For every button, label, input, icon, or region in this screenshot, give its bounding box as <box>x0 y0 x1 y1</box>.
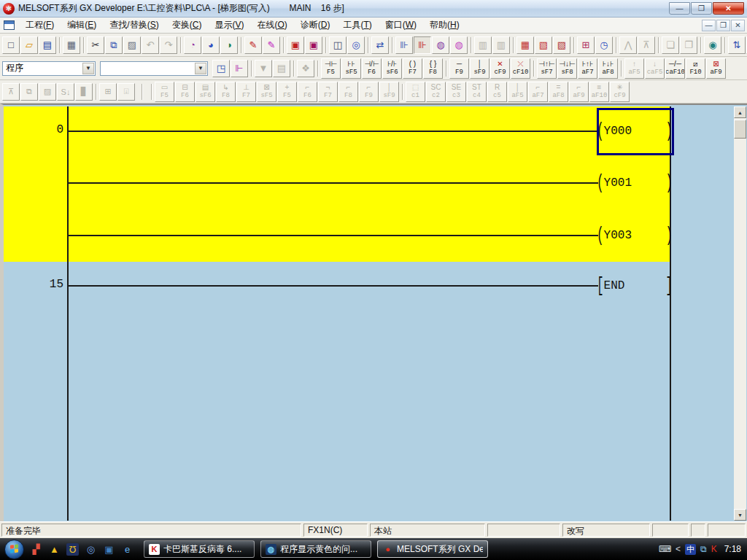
output-coil-y003[interactable]: (Y003) <box>597 227 673 244</box>
invert-operation-button[interactable]: ─/─caF10 <box>665 58 685 79</box>
find-device-button[interactable]: ◔ <box>184 36 201 54</box>
output-coil-y001[interactable]: (Y001) <box>597 174 673 192</box>
sfc-step-button: ▭F5 <box>155 82 174 102</box>
ladder-symbol-edit-button[interactable]: ⊪ <box>414 36 431 54</box>
ql-desktop-icon[interactable]: ▣ <box>103 543 115 556</box>
delete-vertical-line-button[interactable]: ⤫cF10 <box>511 58 530 79</box>
vertical-scrollbar[interactable]: ▲ ▼ <box>734 106 746 521</box>
scrollbar-thumb[interactable] <box>734 120 746 139</box>
zoom-read-mode-button[interactable]: ▣ <box>287 36 304 54</box>
open-project-button[interactable]: ▱ <box>20 36 38 54</box>
ql-kaspersky-tool-icon[interactable]: ▞ <box>30 543 42 556</box>
ladder-symbol-view-button[interactable]: ⊪ <box>395 36 413 54</box>
grid-display-button: ⊞ <box>99 83 117 101</box>
minimize-button[interactable]: — <box>669 2 690 15</box>
tray-kaspersky-icon[interactable]: K <box>711 544 717 554</box>
tray-network-icon[interactable]: ⧉ <box>700 544 707 554</box>
menu-s[interactable]: 查找/替换(S) <box>103 17 165 34</box>
rung-line <box>67 182 598 184</box>
device-initial-button[interactable]: ▧ <box>553 36 570 54</box>
parallel-rising-pulse-button[interactable]: ⊦↑⊦aF7 <box>578 58 597 79</box>
device-name-combo[interactable]: ▼ <box>100 61 208 76</box>
statement-tree-button[interactable]: ⊩ <box>231 60 248 77</box>
mdi-child-icon[interactable] <box>4 20 15 30</box>
clock-setting-button[interactable]: ◷ <box>595 36 613 54</box>
chevron-down-icon[interactable]: ▼ <box>82 63 94 74</box>
device-edit-zoom-button[interactable]: ◍ <box>450 36 468 54</box>
task-melsoft-button[interactable]: ●MELSOFT系列 GX De... <box>377 540 488 558</box>
key-label: F7 <box>324 93 332 99</box>
tray-keyboard-icon[interactable]: ⌨ <box>659 544 671 554</box>
find-instruction-button[interactable]: ◕ <box>202 36 220 54</box>
menu-h[interactable]: 帮助(H) <box>423 17 466 34</box>
start-button[interactable] <box>4 540 24 559</box>
tray-chevron-icon[interactable]: < <box>676 544 681 554</box>
zoom-write-mode-button[interactable]: ▣ <box>305 36 322 54</box>
sort-step-button[interactable]: ⇅ <box>728 36 746 54</box>
scroll-up-button[interactable]: ▲ <box>734 106 746 118</box>
split-window-button[interactable]: ◫ <box>329 36 347 54</box>
mdi-close-button[interactable]: ✕ <box>731 20 745 31</box>
menu-t[interactable]: 工具(T) <box>336 17 378 34</box>
menu-w[interactable]: 窗口(W) <box>379 17 423 34</box>
copy-button[interactable]: ⧉ <box>105 36 123 54</box>
menu-e[interactable]: 编辑(E) <box>61 17 103 34</box>
instruction-end[interactable]: [END] <box>597 277 673 295</box>
menu-c[interactable]: 变换(C) <box>166 17 209 34</box>
find-string-button[interactable]: ◑ <box>220 36 238 54</box>
task-browser-button[interactable]: ◍程序显示黄色的问... <box>260 540 371 558</box>
closed-contact-button[interactable]: ⊣/⊢F6 <box>362 58 382 79</box>
menu-o[interactable]: 在线(O) <box>250 17 293 34</box>
main-toolbar: □▱▤▦✂⧉▨↶↷◔◕◑✎✎▣▣◫◎⇄⊪⊪◍◍▥▥▦▧▧⊞◷⋀⊼❏❐◉⇅⇵⇅▬ <box>0 34 747 57</box>
application-instruction-button[interactable]: { }F8 <box>423 58 443 79</box>
clock[interactable]: 7:18 <box>724 544 741 554</box>
menu-f[interactable]: 工程(F) <box>19 17 61 34</box>
windows-flag-icon <box>10 544 19 553</box>
menu-v[interactable]: 显示(V) <box>208 17 250 34</box>
pc-plc-transfer-button[interactable]: ⇄ <box>371 36 389 54</box>
delete-horizontal-line-button[interactable]: ✕cF9 <box>490 58 510 79</box>
draw-line-button[interactable]: ⧄F10 <box>686 58 705 79</box>
menu-d[interactable]: 诊断(D) <box>294 17 337 34</box>
new-project-button[interactable]: □ <box>2 36 20 54</box>
cut-button[interactable]: ✂ <box>87 36 104 54</box>
ql-ie-icon[interactable]: e <box>121 543 133 556</box>
sampling-trace-button[interactable]: ▦ <box>516 36 534 54</box>
mdi-minimize-button[interactable]: — <box>702 20 716 31</box>
parallel-falling-pulse-button[interactable]: ⊦↓⊦aF8 <box>598 58 618 79</box>
entry-data-monitor-button[interactable]: ⊞ <box>577 36 595 54</box>
ladder-editor[interactable]: 0(Y000)(Y001)(Y003)15[END] ▲ ▼ <box>0 104 747 521</box>
device-test-button[interactable]: ✎ <box>244 36 262 54</box>
vertical-line-button[interactable]: │sF9 <box>470 58 489 79</box>
coil-button[interactable]: ( )F7 <box>403 58 422 79</box>
ql-search-icon[interactable]: ◎ <box>85 543 97 556</box>
parallel-closed-contact-button[interactable]: ⊦/⊦sF6 <box>382 58 402 79</box>
paste-button[interactable]: ▨ <box>123 36 141 54</box>
device-search-zoom-button[interactable]: ◍ <box>432 36 449 54</box>
chevron-down-icon[interactable]: ▼ <box>195 63 206 74</box>
trace-edit-button[interactable]: ▧ <box>535 36 552 54</box>
scroll-down-button[interactable]: ▼ <box>734 509 746 521</box>
rising-pulse-button[interactable]: ⊣↑⊢sF7 <box>537 58 557 79</box>
ladder-window-button[interactable]: ◳ <box>212 60 230 77</box>
ethernet-search-button[interactable]: ◉ <box>704 36 721 54</box>
restore-button[interactable]: ❐ <box>691 2 712 15</box>
open-contact-button[interactable]: ⊣⊢F5 <box>321 58 341 79</box>
parallel-open-contact-button[interactable]: ⊦⊦sF5 <box>341 58 361 79</box>
task-kaspersky-button[interactable]: K卡巴斯基反病毒 6.... <box>144 540 255 558</box>
horizontal-line-button[interactable]: ─F9 <box>449 58 469 79</box>
ql-warning-icon[interactable]: ▲ <box>48 543 61 556</box>
save-project-button[interactable]: ▤ <box>39 36 56 54</box>
program-type-combo[interactable]: 程序 ▼ <box>2 61 96 76</box>
delete-line-button[interactable]: ⊠aF9 <box>706 58 726 79</box>
close-button[interactable]: ✕ <box>713 2 744 15</box>
tray-ime-icon[interactable]: 中 <box>685 544 696 555</box>
device-comment-edit-button[interactable]: ✎ <box>263 36 280 54</box>
falling-pulse-button[interactable]: ⊣↓⊢sF8 <box>557 58 577 79</box>
toolbar-separator <box>83 37 85 53</box>
print-button[interactable]: ▦ <box>63 36 80 54</box>
ql-shield-icon[interactable]: Ʊ <box>66 543 79 556</box>
project-search-button[interactable]: ◎ <box>347 36 365 54</box>
mdi-restore-button[interactable]: ❐ <box>716 20 730 31</box>
program-type-value: 程序 <box>6 62 23 74</box>
